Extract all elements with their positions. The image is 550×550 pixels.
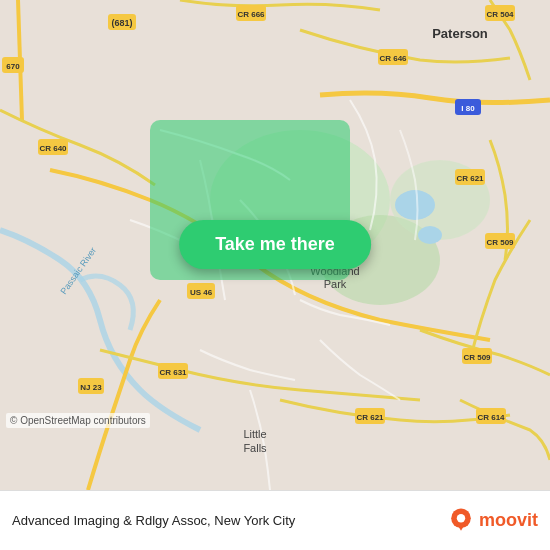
bottom-bar: Advanced Imaging & Rdlgy Assoc, New York… xyxy=(0,490,550,550)
svg-point-5 xyxy=(418,226,442,244)
svg-text:CR 614: CR 614 xyxy=(477,413,505,422)
moovit-logo-text: moovit xyxy=(479,510,538,531)
take-me-there-button[interactable]: Take me there xyxy=(179,220,371,269)
moovit-logo: moovit xyxy=(447,507,538,535)
map-container: CR 666 CR 504 CR 646 (681) 670 CR 640 I … xyxy=(0,0,550,490)
svg-text:670: 670 xyxy=(6,62,20,71)
copyright-notice: © OpenStreetMap contributors xyxy=(6,413,150,428)
svg-text:CR 621: CR 621 xyxy=(456,174,484,183)
svg-text:Paterson: Paterson xyxy=(432,26,488,41)
svg-text:CR 504: CR 504 xyxy=(486,10,514,19)
svg-text:CR 640: CR 640 xyxy=(39,144,67,153)
svg-text:CR 646: CR 646 xyxy=(379,54,407,63)
svg-text:NJ 23: NJ 23 xyxy=(80,383,102,392)
moovit-logo-icon xyxy=(447,507,475,535)
svg-text:CR 509: CR 509 xyxy=(486,238,514,247)
location-title: Advanced Imaging & Rdlgy Assoc, New York… xyxy=(12,513,295,528)
svg-text:Little: Little xyxy=(243,428,266,440)
svg-text:CR 621: CR 621 xyxy=(356,413,384,422)
svg-text:(681): (681) xyxy=(111,18,132,28)
svg-text:I 80: I 80 xyxy=(461,104,475,113)
svg-point-45 xyxy=(457,514,465,522)
svg-text:US 46: US 46 xyxy=(190,288,213,297)
svg-text:Falls: Falls xyxy=(243,442,267,454)
svg-text:CR 631: CR 631 xyxy=(159,368,187,377)
svg-text:CR 666: CR 666 xyxy=(237,10,265,19)
svg-point-4 xyxy=(395,190,435,220)
svg-text:CR 509: CR 509 xyxy=(463,353,491,362)
